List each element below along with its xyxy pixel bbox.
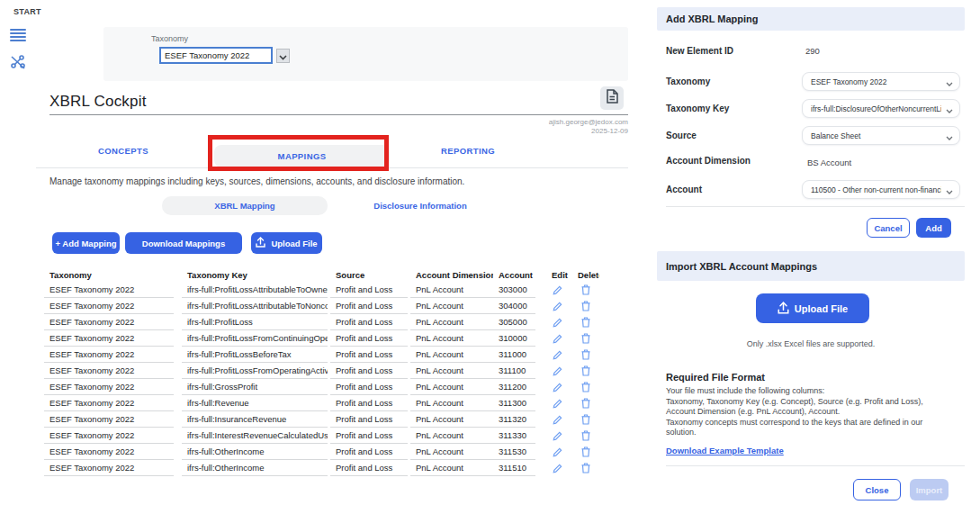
import-button[interactable]: Import	[910, 479, 949, 500]
chevron-down-icon	[946, 106, 953, 115]
cell-source: Profit and Loss	[330, 444, 408, 460]
delete-row-button[interactable]	[572, 314, 599, 330]
taxonomy-key-select[interactable]: ifrs-full:DisclosureOfOtherNoncurrentLia	[802, 99, 960, 118]
table-row: ESEF Taxonomy 2022 ifrs-full:InterestRev…	[0, 428, 628, 444]
required-file-format-text: Your file must include the following col…	[666, 386, 963, 438]
delete-row-button[interactable]	[572, 460, 599, 476]
edit-row-button[interactable]	[544, 282, 570, 298]
taxonomy-filter-input[interactable]: ESEF Taxonomy 2022	[159, 47, 273, 64]
cell-taxonomy: ESEF Taxonomy 2022	[44, 347, 174, 363]
source-select[interactable]: Balance Sheet	[802, 126, 960, 145]
account-select[interactable]: 110500 - Other non-current non-financia	[802, 180, 960, 199]
table-row: ESEF Taxonomy 2022 ifrs-full:Revenue Pro…	[0, 395, 628, 411]
taxonomy-key-select-label: Taxonomy Key	[666, 104, 729, 113]
table-body: ESEF Taxonomy 2022 ifrs-full:ProfitLossA…	[0, 282, 628, 476]
page-title: XBRL Cockpit	[49, 93, 147, 111]
delete-row-button[interactable]	[572, 428, 599, 444]
chevron-down-icon	[946, 133, 953, 142]
delete-row-button[interactable]	[572, 395, 599, 411]
source-select-label: Source	[666, 131, 697, 140]
edit-row-button[interactable]	[544, 314, 570, 330]
edit-row-button[interactable]	[544, 363, 570, 379]
cell-taxonomy: ESEF Taxonomy 2022	[44, 363, 174, 379]
edit-row-button[interactable]	[544, 330, 570, 347]
user-email: ajish.george@jedox.com	[549, 118, 628, 126]
column-header-taxonomy-key: Taxonomy Key	[182, 269, 328, 282]
file-support-note: Only .xlsx Excel files are supported.	[657, 339, 965, 348]
table-row: ESEF Taxonomy 2022 ifrs-full:ProfitLoss …	[0, 314, 628, 330]
cell-source: Profit and Loss	[330, 330, 408, 347]
delete-row-button[interactable]	[572, 379, 599, 395]
disconnect-button[interactable]	[8, 54, 28, 74]
edit-row-button[interactable]	[544, 395, 570, 411]
cell-account: 311100	[493, 363, 535, 379]
add-mapping-panel-title: Add XBRL Mapping	[657, 14, 758, 24]
document-button[interactable]	[600, 86, 624, 110]
chevron-down-icon	[279, 48, 287, 64]
add-mapping-button[interactable]: + Add Mapping	[52, 232, 120, 254]
document-icon	[606, 89, 618, 107]
subtab-disclosure-information[interactable]: Disclosure Information	[373, 201, 466, 211]
cell-source: Profit and Loss	[330, 460, 408, 476]
import-upload-file-button[interactable]: Upload File	[756, 293, 869, 323]
delete-row-button[interactable]	[572, 363, 599, 379]
source-select-value: Balance Sheet	[811, 131, 941, 140]
edit-row-button[interactable]	[544, 379, 570, 395]
download-mappings-button[interactable]: Download Mappings	[125, 232, 242, 254]
cell-taxonomy: ESEF Taxonomy 2022	[44, 460, 174, 476]
download-example-template-link[interactable]: Download Example Template	[666, 446, 784, 455]
format-line: Account Dimension (e.g. PnL Account), Ac…	[666, 407, 963, 418]
delete-row-button[interactable]	[572, 282, 599, 298]
import-panel-header: Import XBRL Account Mappings	[657, 251, 965, 281]
cell-account: 311530	[493, 444, 535, 460]
cell-taxonomy-key: ifrs-full:ProfitLossAttributableToNoncon	[182, 298, 328, 314]
column-header-account-dimension: Account Dimension	[410, 269, 493, 282]
column-header-taxonomy: Taxonomy	[44, 269, 174, 282]
cell-taxonomy-key: ifrs-full:InterestRevenueCalculatedUsing	[182, 428, 328, 444]
cell-source: Profit and Loss	[330, 347, 408, 363]
cell-source: Profit and Loss	[330, 282, 408, 298]
menu-button[interactable]	[8, 27, 28, 47]
delete-row-button[interactable]	[572, 298, 599, 314]
upload-icon	[778, 302, 789, 316]
edit-row-button[interactable]	[544, 444, 570, 460]
cell-account-dimension: PnL Account	[410, 282, 493, 298]
delete-row-button[interactable]	[572, 347, 599, 363]
table-row: ESEF Taxonomy 2022 ifrs-full:ProfitLossF…	[0, 363, 628, 379]
cancel-button[interactable]: Cancel	[867, 218, 910, 238]
column-header-edit: Edit	[544, 269, 570, 282]
subtab-xbrl-mapping[interactable]: XBRL Mapping	[162, 196, 328, 215]
upload-file-label: Upload File	[271, 239, 317, 248]
edit-row-button[interactable]	[544, 411, 570, 428]
table-row: ESEF Taxonomy 2022 ifrs-full:InsuranceRe…	[0, 411, 628, 428]
account-dimension-label: Account Dimension	[666, 156, 751, 166]
cell-taxonomy-key: ifrs-full:ProfitLoss	[182, 314, 328, 330]
cell-account-dimension: PnL Account	[410, 460, 493, 476]
upload-file-button[interactable]: Upload File	[251, 232, 322, 254]
cell-source: Profit and Loss	[330, 298, 408, 314]
tab-reporting[interactable]: REPORTING	[441, 146, 495, 156]
section-description: Manage taxonomy mappings including keys,…	[49, 176, 464, 186]
edit-row-button[interactable]	[544, 347, 570, 363]
format-line: Taxonomy concepts must correspond to the…	[666, 418, 963, 428]
edit-row-button[interactable]	[544, 298, 570, 314]
cell-taxonomy-key: ifrs-full:ProfitLossBeforeTax	[182, 347, 328, 363]
add-button[interactable]: Add	[916, 218, 951, 238]
xbrl-cockpit-app: START Taxonomy ESEF Taxonomy 2022 XBRL C…	[0, 0, 980, 523]
taxonomy-select[interactable]: ESEF Taxonomy 2022	[802, 72, 960, 91]
cell-account: 305000	[493, 314, 535, 330]
taxonomy-select-value: ESEF Taxonomy 2022	[811, 77, 941, 86]
tab-concepts[interactable]: CONCEPTS	[98, 146, 148, 156]
cell-source: Profit and Loss	[330, 428, 408, 444]
taxonomy-filter-dropdown-button[interactable]	[276, 49, 290, 63]
required-file-format-title: Required File Format	[666, 372, 765, 383]
delete-row-button[interactable]	[572, 411, 599, 428]
cell-account-dimension: PnL Account	[410, 347, 493, 363]
delete-row-button[interactable]	[572, 444, 599, 460]
edit-row-button[interactable]	[544, 460, 570, 476]
cell-account-dimension: PnL Account	[410, 411, 493, 428]
cell-account: 311200	[493, 379, 535, 395]
delete-row-button[interactable]	[572, 330, 599, 347]
close-button[interactable]: Close	[853, 479, 901, 500]
edit-row-button[interactable]	[544, 428, 570, 444]
